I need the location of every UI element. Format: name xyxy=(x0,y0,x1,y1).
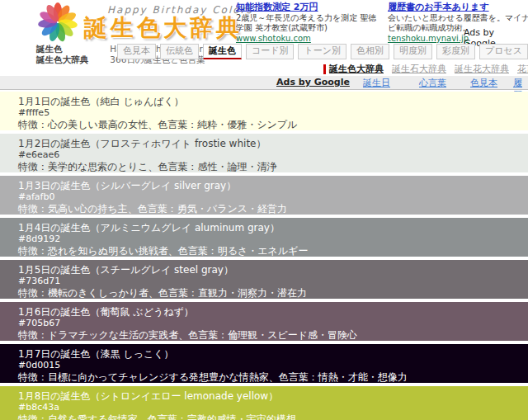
ads-by-google-label[interactable]: Ads by Google xyxy=(276,77,350,87)
entry-hex-code: #8d9192 xyxy=(18,234,520,245)
tab-by-brightness[interactable]: 明度別 xyxy=(394,44,432,59)
ad-title-link[interactable]: 知能指数測定 2万円 xyxy=(236,2,383,12)
entry-description: 特徴：恐れを知らぬ明るい挑戦者、色言葉：明るさ・エネルギー xyxy=(18,245,520,257)
birthday-color-row-jan6: 1月6日の誕生色（葡萄鼠 ぶどうねず） #705b67 特徴：ドラマチックな生活… xyxy=(0,302,528,341)
site-name-full: 誕生色大辞典 xyxy=(36,54,107,65)
nav-birthday-color-dict[interactable]: 誕生色大辞典 xyxy=(329,63,384,75)
entry-hex-code: #b8c43a xyxy=(18,402,520,413)
tab-by-saturation[interactable]: 彩度別 xyxy=(436,44,475,59)
entry-hex-code: #ffffe5 xyxy=(18,107,520,119)
category-tabs: 色見本 伝統色 誕生色 コード別 トーン別 色相別 明度別 彩度別 プロセス xyxy=(113,44,528,59)
entry-description: 特徴：心の美しい最高の女性、色言葉：純粋・優雅・シンプル xyxy=(18,119,520,130)
entry-description: 特徴：ドラマチックな生活の実践者、色言葉：倫理観・スピード感・冒険心 xyxy=(18,329,520,341)
logo-title-jp: 誕生色大辞典 xyxy=(84,16,253,40)
tab-by-tone[interactable]: トーン別 xyxy=(298,44,346,59)
logo-text: Happy Birthday Colors 誕生色大辞典 xyxy=(84,5,253,40)
nav-flower-language-dict[interactable]: 花言葉大辞典 xyxy=(517,63,528,75)
tab-traditional-color[interactable]: 伝統色 xyxy=(160,44,199,59)
header: Happy Birthday Colors 誕生色大辞典 知能指数測定 2万円 … xyxy=(0,0,528,43)
entry-title: 1月1日の誕生色（純白 じゅんぱく） xyxy=(18,96,520,107)
tab-color-sample[interactable]: 色見本 xyxy=(117,44,156,59)
birthday-color-row-jan4: 1月4日の誕生色（アルミニウムグレイ aluminum gray） #8d919… xyxy=(0,218,528,257)
birthday-color-row-jan1: 1月1日の誕生色（純白 じゅんぱく） #ffffe5 特徴：心の美しい最高の女性… xyxy=(0,92,528,130)
entry-title: 1月7日の誕生色（漆黒 しっこく） xyxy=(18,348,520,360)
link-heart-words[interactable]: 心言葉 xyxy=(419,77,446,89)
site-logo[interactable]: Happy Birthday Colors 誕生色大辞典 xyxy=(36,2,253,43)
tab-by-hue[interactable]: 色相別 xyxy=(351,44,389,59)
entry-description: 特徴：自然を愛する叙情家、色言葉：宗教的感情・宇宙的構想 xyxy=(18,413,520,420)
page: Happy Birthday Colors 誕生色大辞典 知能指数測定 2万円 … xyxy=(0,0,528,420)
entry-title: 1月8日の誕生色（シトロンイエロー lemonade yellow） xyxy=(18,390,520,402)
ad-body: 2歳児～年長児の考える力を測定 聖徳学園 英才教室(武蔵野市) xyxy=(236,13,383,33)
entry-title: 1月4日の誕生色（アルミニウムグレイ aluminum gray） xyxy=(18,222,520,234)
entry-title: 1月2日の誕生色（フロスティホワイト frostie white） xyxy=(18,138,520,149)
entry-description: 特徴：目標に向かってチャレンジする発想豊かな情熱家、色言葉：情熱・才能・想像力 xyxy=(18,371,520,383)
tab-birthday-color[interactable]: 誕生色 xyxy=(203,44,242,59)
entry-description: 特徴：機転のきくしっかり者、色言葉：直観力・洞察力・潜在力 xyxy=(18,287,520,299)
nav-birthstone-dict[interactable]: 誕生石大辞典 xyxy=(392,63,446,75)
entry-description: 特徴：気高い心の持ち主、色言葉：勇気・バランス・経営力 xyxy=(18,203,520,215)
pinwheel-logo-icon xyxy=(36,2,79,43)
entry-hex-code: #e6eae6 xyxy=(18,149,520,161)
dictionary-nav: 誕生色大辞典 誕生石大辞典 誕生花大辞典 花言葉大辞典 誕 xyxy=(323,63,528,75)
entry-hex-code: #0d0015 xyxy=(18,360,520,371)
google-links-band: Ads by Google 誕生日 心言葉 色見本 履歴書 xyxy=(0,76,528,90)
entry-hex-code: #afafb0 xyxy=(18,191,520,203)
birthday-color-row-jan2: 1月2日の誕生色（フロスティホワイト frostie white） #e6eae… xyxy=(0,134,528,172)
birthday-color-row-jan3: 1月3日の誕生色（シルバーグレイ silver gray） #afafb0 特徴… xyxy=(0,176,528,215)
link-birthday[interactable]: 誕生日 xyxy=(363,77,390,89)
site-name-short: 誕生色 xyxy=(36,44,107,54)
tab-by-code[interactable]: コード別 xyxy=(246,44,295,59)
entry-title: 1月3日の誕生色（シルバーグレイ silver gray） xyxy=(18,180,520,191)
entry-title: 1月5日の誕生色（スチールグレイ steel gray） xyxy=(18,264,520,276)
birthday-color-row-jan5: 1月5日の誕生色（スチールグレイ steel gray） #736d71 特徴：… xyxy=(0,260,528,299)
tab-process[interactable]: プロセス xyxy=(479,44,528,59)
entry-description: 特徴：美学的な思索のとりこ、色言葉：感性・論理・清浄 xyxy=(18,161,520,172)
birthday-color-list: 1月1日の誕生色（純白 じゅんぱく） #ffffe5 特徴：心の美しい最高の女性… xyxy=(0,92,528,420)
entry-hex-code: #705b67 xyxy=(18,318,520,329)
birthday-color-row-jan8: 1月8日の誕生色（シトロンイエロー lemonade yellow） #b8c4… xyxy=(0,386,528,420)
ad-url-link[interactable]: www.shotoku.com xyxy=(236,34,383,44)
entry-hex-code: #736d71 xyxy=(18,276,520,287)
ad-block: 知能指数測定 2万円 2歳児～年長児の考える力を測定 聖徳学園 英才教室(武蔵野… xyxy=(236,2,383,44)
active-marker xyxy=(323,64,326,74)
entry-title: 1月6日の誕生色（葡萄鼠 ぶどうねず） xyxy=(18,306,520,318)
link-color-sample[interactable]: 色見本 xyxy=(470,77,497,89)
birthday-color-row-jan7: 1月7日の誕生色（漆黒 しっこく） #0d0015 特徴：目標に向かってチャレン… xyxy=(0,344,528,383)
ad-title-link[interactable]: 履歴書のお手本あります xyxy=(388,2,528,12)
nav-birthflower-dict[interactable]: 誕生花大辞典 xyxy=(455,63,509,75)
